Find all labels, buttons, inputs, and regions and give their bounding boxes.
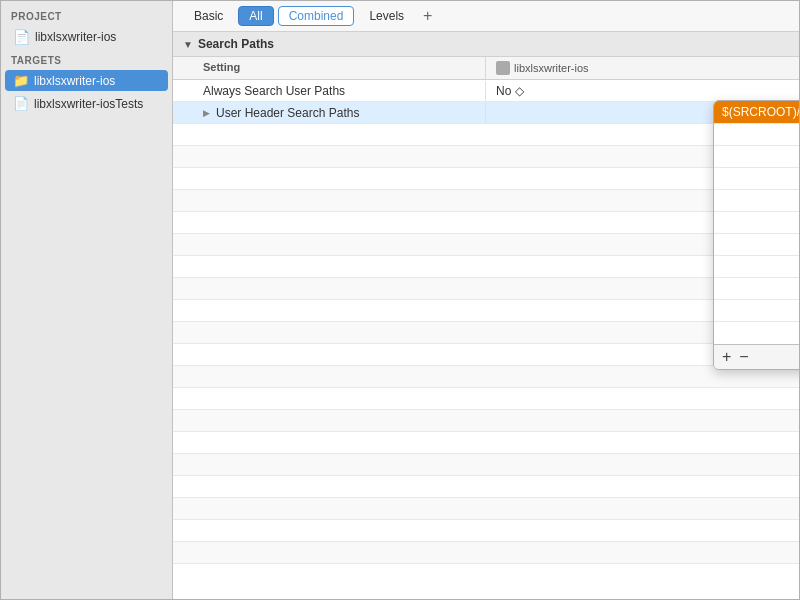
empty-row-7 <box>173 256 799 278</box>
project-section-label: PROJECT <box>1 5 172 25</box>
empty-row-11 <box>173 344 799 366</box>
popup-row-8[interactable] <box>714 256 799 278</box>
empty-rows-area <box>173 124 799 599</box>
col-header-target-label: libxlsxwriter-ios <box>514 62 589 74</box>
popup-row-3[interactable] <box>714 146 799 168</box>
empty-row-17 <box>173 476 799 498</box>
empty-row-6 <box>173 234 799 256</box>
empty-row-4 <box>173 190 799 212</box>
popup-row-11[interactable] <box>714 322 799 344</box>
settings-table: ▼ Search Paths Setting libxlsxwriter-ios… <box>173 32 799 599</box>
empty-row-10 <box>173 322 799 344</box>
empty-row-9 <box>173 300 799 322</box>
user-header-label: User Header Search Paths <box>216 106 359 120</box>
col-header-setting: Setting <box>173 57 486 79</box>
empty-row-16 <box>173 454 799 476</box>
target-1-icon: 📁 <box>13 73 29 88</box>
empty-row-12 <box>173 366 799 388</box>
empty-row-18 <box>173 498 799 520</box>
popup-add-button[interactable]: + <box>722 349 731 365</box>
always-search-label: Always Search User Paths <box>203 84 345 98</box>
popup-row-9[interactable] <box>714 278 799 300</box>
sidebar-target-1[interactable]: 📁 libxlsxwriter-ios <box>5 70 168 91</box>
popup-row-10[interactable] <box>714 300 799 322</box>
section-triangle-icon: ▼ <box>183 39 193 50</box>
tab-all[interactable]: All <box>238 6 273 26</box>
sidebar-target-1-label: libxlsxwriter-ios <box>34 74 115 88</box>
popup-row-7[interactable] <box>714 234 799 256</box>
popup-item-1-value: $(SRCROOT)/libxlsxwriter-ios/include/ <box>722 105 799 119</box>
popup-row-2[interactable] <box>714 124 799 146</box>
setting-name-user-header: ▶ User Header Search Paths <box>173 103 486 123</box>
toolbar: Basic All Combined Levels + <box>173 1 799 32</box>
popup-row-4[interactable] <box>714 168 799 190</box>
settings-row-user-header[interactable]: ▶ User Header Search Paths <box>173 102 799 124</box>
empty-row-15 <box>173 432 799 454</box>
sidebar-target-2[interactable]: 📄 libxlsxwriter-iosTests <box>5 93 168 114</box>
popup-footer: + − <box>714 344 799 369</box>
popup-list: $(SRCROOT)/libxlsxwriter-ios/include/ <box>714 101 799 344</box>
popup-row-5[interactable] <box>714 190 799 212</box>
tab-basic[interactable]: Basic <box>183 6 234 26</box>
empty-row-19 <box>173 520 799 542</box>
setting-value-always-search: No ◇ <box>486 81 799 101</box>
popup-row-6[interactable] <box>714 212 799 234</box>
empty-row-13 <box>173 388 799 410</box>
sidebar: PROJECT 📄 libxlsxwriter-ios TARGETS 📁 li… <box>1 1 173 599</box>
sidebar-project-item[interactable]: 📄 libxlsxwriter-ios <box>5 26 168 48</box>
settings-content: ▼ Search Paths Setting libxlsxwriter-ios… <box>173 32 799 599</box>
main-content: Basic All Combined Levels + ▼ Search Pat… <box>173 1 799 599</box>
popup-panel: $(SRCROOT)/libxlsxwriter-ios/include/ + … <box>713 100 799 370</box>
col-header-target: libxlsxwriter-ios <box>486 57 799 79</box>
tab-levels[interactable]: Levels <box>358 6 415 26</box>
project-file-icon: 📄 <box>13 29 30 45</box>
targets-section-label: TARGETS <box>1 49 172 69</box>
empty-row-8 <box>173 278 799 300</box>
always-search-value: No ◇ <box>496 84 524 98</box>
add-filter-button[interactable]: + <box>419 7 436 25</box>
sidebar-target-2-label: libxlsxwriter-iosTests <box>34 97 143 111</box>
empty-row-20 <box>173 542 799 564</box>
popup-remove-button[interactable]: − <box>739 349 748 365</box>
empty-row-5 <box>173 212 799 234</box>
sidebar-project-label: libxlsxwriter-ios <box>35 30 116 44</box>
empty-row-2 <box>173 146 799 168</box>
popup-row-1[interactable]: $(SRCROOT)/libxlsxwriter-ios/include/ <box>714 101 799 124</box>
section-header-search-paths[interactable]: ▼ Search Paths <box>173 32 799 57</box>
empty-row-14 <box>173 410 799 432</box>
section-title: Search Paths <box>198 37 274 51</box>
setting-name-always-search: Always Search User Paths <box>173 81 486 101</box>
settings-row-always-search[interactable]: Always Search User Paths No ◇ <box>173 80 799 102</box>
empty-row-1 <box>173 124 799 146</box>
expand-arrow-icon: ▶ <box>203 108 210 118</box>
target-2-icon: 📄 <box>13 96 29 111</box>
empty-row-3 <box>173 168 799 190</box>
column-headers: Setting libxlsxwriter-ios <box>173 57 799 80</box>
tab-combined[interactable]: Combined <box>278 6 355 26</box>
target-header-icon <box>496 61 510 75</box>
